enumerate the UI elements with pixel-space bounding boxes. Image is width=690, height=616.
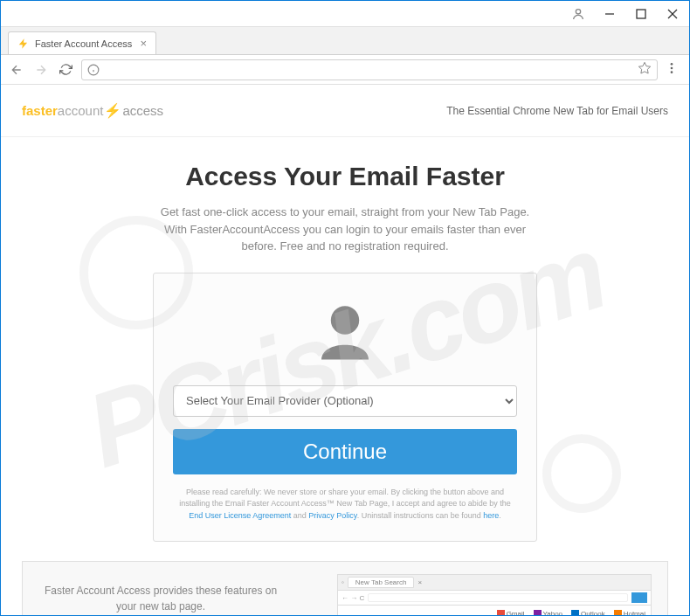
- logo-part: faster: [22, 103, 58, 118]
- tab-close-icon[interactable]: ×: [140, 37, 147, 50]
- eula-link[interactable]: End User License Agreement: [189, 511, 291, 520]
- minimize-button[interactable]: [600, 4, 619, 24]
- site-logo: fasteraccount⚡access: [22, 102, 163, 119]
- forward-button[interactable]: [32, 61, 50, 79]
- features-text: Faster Account Access provides these fea…: [38, 583, 283, 614]
- close-button[interactable]: [663, 4, 682, 24]
- tab-title: Faster Account Access: [35, 38, 132, 49]
- newtab-preview: ◦New Tab Search× ← → C Gmail Yahoo Outlo…: [337, 574, 652, 616]
- preview-urlbar: ← → C: [337, 590, 652, 606]
- bookmark-icon[interactable]: [638, 61, 652, 79]
- browser-tabbar: Faster Account Access ×: [1, 27, 689, 55]
- address-bar[interactable]: [81, 59, 658, 80]
- logo-part: account: [58, 103, 104, 118]
- here-link[interactable]: here: [483, 511, 499, 520]
- yahoo-link: Yahoo: [534, 610, 563, 616]
- svg-point-10: [671, 66, 673, 69]
- bolt-icon: [17, 38, 30, 50]
- info-icon[interactable]: [87, 64, 100, 76]
- outlook-link: Outlook: [571, 610, 605, 616]
- fine-print: Please read carefully: We never store or…: [173, 487, 517, 523]
- signup-card: Select Your Email Provider (Optional) Co…: [153, 273, 537, 543]
- svg-point-12: [331, 306, 359, 334]
- svg-point-0: [576, 9, 580, 13]
- page-subtitle: Get fast one-click access to your email,…: [153, 204, 537, 255]
- logo-part: access: [122, 103, 163, 118]
- browser-menu-icon[interactable]: [665, 61, 682, 79]
- page-heading: Access Your Email Faster: [1, 162, 689, 191]
- gmail-link: Gmail: [497, 610, 525, 616]
- browser-toolbar: [1, 55, 689, 85]
- page-content: PCrisk.com fasteraccount⚡access The Esse…: [1, 85, 689, 616]
- browser-tab[interactable]: Faster Account Access ×: [8, 31, 156, 54]
- svg-rect-2: [637, 10, 645, 18]
- email-provider-select[interactable]: Select Your Email Provider (Optional): [173, 385, 517, 417]
- search-icon: [631, 592, 647, 603]
- svg-marker-8: [638, 62, 650, 73]
- continue-button[interactable]: Continue: [173, 429, 517, 474]
- hotmail-link: Hotmai: [614, 610, 645, 616]
- privacy-link[interactable]: Privacy Policy: [308, 511, 356, 520]
- preview-links: Gmail Yahoo Outlook Hotmai: [337, 606, 652, 616]
- user-icon[interactable]: [569, 4, 588, 24]
- url-input[interactable]: [105, 64, 638, 76]
- tagline: The Essential Chrome New Tab for Email U…: [446, 105, 668, 117]
- svg-point-11: [671, 71, 673, 73]
- features-strip: Faster Account Access provides these fea…: [22, 561, 668, 616]
- window-titlebar: [1, 1, 689, 27]
- reload-button[interactable]: [57, 61, 74, 79]
- main-section: Access Your Email Faster Get fast one-cl…: [1, 137, 689, 616]
- site-header: fasteraccount⚡access The Essential Chrom…: [1, 85, 689, 137]
- svg-point-9: [671, 63, 673, 66]
- preview-tabbar: ◦New Tab Search×: [337, 574, 652, 590]
- maximize-button[interactable]: [631, 4, 651, 24]
- bolt-icon: ⚡: [104, 102, 121, 119]
- back-button[interactable]: [8, 61, 25, 79]
- avatar-icon: [306, 293, 384, 371]
